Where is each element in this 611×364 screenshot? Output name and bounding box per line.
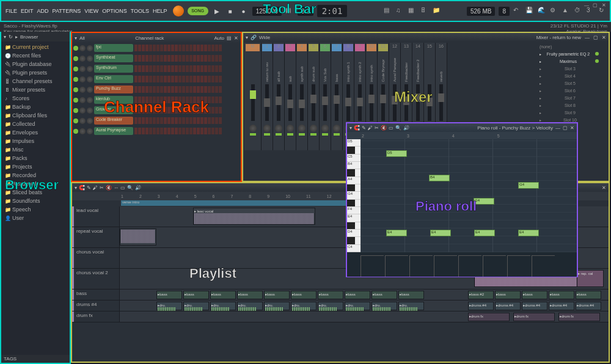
step[interactable] <box>156 45 159 51</box>
piano-key[interactable] <box>347 169 360 177</box>
mixer-track[interactable]: 2all sub <box>273 43 285 150</box>
velocity-bar[interactable] <box>507 255 530 277</box>
velocity-bar[interactable] <box>385 255 408 277</box>
step[interactable] <box>167 96 170 103</box>
step[interactable] <box>171 55 174 62</box>
step[interactable] <box>138 65 141 72</box>
pattern-clip[interactable]: ▸dru. <box>237 302 263 310</box>
track-pan-knob[interactable] <box>287 125 294 132</box>
cr-auto-label[interactable]: Auto <box>214 35 224 41</box>
browser-item[interactable]: 📁Sliced beats <box>1 188 70 197</box>
step[interactable] <box>211 45 214 51</box>
step[interactable] <box>178 107 181 114</box>
step[interactable] <box>134 117 137 124</box>
track-pan-knob[interactable] <box>310 125 317 132</box>
pr-select-icon[interactable]: ▭ <box>389 125 393 131</box>
pr-close-icon[interactable]: ✕ <box>570 125 574 131</box>
pattern-clip[interactable]: ▸bass <box>345 291 370 299</box>
piano-key[interactable] <box>347 200 360 207</box>
step[interactable] <box>197 107 200 114</box>
step[interactable] <box>182 76 185 82</box>
master-pan-knob[interactable] <box>249 125 257 132</box>
step[interactable] <box>211 117 214 124</box>
audio-clip[interactable]: ▸ rep. cal <box>577 270 604 287</box>
track-pan-knob[interactable] <box>321 125 329 132</box>
step[interactable] <box>160 45 163 51</box>
step[interactable] <box>167 117 170 124</box>
channel-led[interactable] <box>73 118 78 123</box>
pattern-clip[interactable]: ▸bass <box>549 291 574 299</box>
pl-close-icon[interactable]: ✕ <box>602 185 606 191</box>
step[interactable] <box>134 86 137 93</box>
step[interactable] <box>178 96 181 103</box>
step[interactable] <box>145 45 148 51</box>
menu-file[interactable]: FILE <box>4 8 19 14</box>
undo-icon[interactable]: ↶ <box>513 7 522 15</box>
cr-menu-icon[interactable]: ▾ <box>75 35 77 41</box>
track-pan-knob[interactable] <box>263 125 271 132</box>
step[interactable] <box>200 107 203 114</box>
step[interactable] <box>208 45 211 51</box>
step[interactable] <box>160 117 163 124</box>
step[interactable] <box>186 117 189 124</box>
step[interactable] <box>182 86 185 93</box>
step[interactable] <box>142 55 145 62</box>
step[interactable] <box>197 86 200 93</box>
piano-key[interactable]: B4 <box>347 162 360 169</box>
pl-zoom-icon[interactable]: 🔍 <box>127 185 133 191</box>
track-fader[interactable] <box>393 84 397 121</box>
step[interactable] <box>167 65 170 72</box>
midi-note[interactable]: D5 <box>386 150 407 157</box>
track-mute[interactable] <box>287 133 293 136</box>
step[interactable] <box>186 55 189 62</box>
velocity-bar[interactable] <box>458 255 481 277</box>
fx-slot[interactable]: ▸Fruity parametric EQ 2 <box>537 50 607 57</box>
step[interactable] <box>219 76 222 82</box>
view-playlist-icon[interactable]: ▤ <box>384 7 392 15</box>
pr-zoom-icon[interactable]: 🔍 <box>395 125 401 131</box>
step[interactable] <box>164 117 167 124</box>
track-fader[interactable] <box>288 84 292 121</box>
step[interactable] <box>142 107 145 114</box>
step[interactable] <box>175 128 178 134</box>
step[interactable] <box>182 55 185 62</box>
step[interactable] <box>204 86 207 93</box>
step[interactable] <box>175 45 178 51</box>
stop-button[interactable]: ■ <box>225 6 235 16</box>
step[interactable] <box>215 128 218 134</box>
menu-help[interactable]: HELP <box>151 8 169 14</box>
step[interactable] <box>171 96 174 103</box>
channel-led[interactable] <box>73 77 78 82</box>
track-mute[interactable] <box>276 133 282 136</box>
pattern-clip[interactable]: ▸bass <box>371 291 397 299</box>
browser-item[interactable]: 📁Packs <box>1 154 70 162</box>
step[interactable] <box>149 55 152 62</box>
step[interactable] <box>204 55 207 62</box>
playlist-track-name[interactable]: lead vocal <box>72 206 120 227</box>
pattern-clip[interactable]: ▸dru. <box>156 302 182 310</box>
step[interactable] <box>193 117 196 124</box>
channel-led[interactable] <box>73 56 78 61</box>
track-fader[interactable] <box>312 84 315 121</box>
browser-item[interactable]: 🎛Channel presets <box>1 77 70 86</box>
step[interactable] <box>171 117 174 124</box>
step[interactable] <box>164 86 167 93</box>
track-fader[interactable] <box>381 84 385 121</box>
step[interactable] <box>134 107 137 114</box>
step[interactable] <box>200 76 203 82</box>
browser-item[interactable]: 📁Clipboard files <box>1 111 70 120</box>
velocity-bar[interactable] <box>409 255 433 277</box>
step[interactable] <box>204 76 207 82</box>
step[interactable] <box>197 55 200 62</box>
pattern-clip[interactable]: ▸bass <box>495 291 521 299</box>
step[interactable] <box>219 65 222 72</box>
pattern-clip[interactable]: ▸bass <box>522 291 547 299</box>
step[interactable] <box>178 65 181 72</box>
piano-roll-grid[interactable]: D5B4G4E4E4G4E4E4 <box>360 139 577 252</box>
step[interactable] <box>215 86 218 93</box>
step[interactable] <box>208 86 211 93</box>
step[interactable] <box>186 107 189 114</box>
track-mute[interactable] <box>264 133 270 136</box>
mixer-wide-label[interactable]: Wide <box>259 35 270 40</box>
velocity-bar[interactable] <box>434 255 457 277</box>
